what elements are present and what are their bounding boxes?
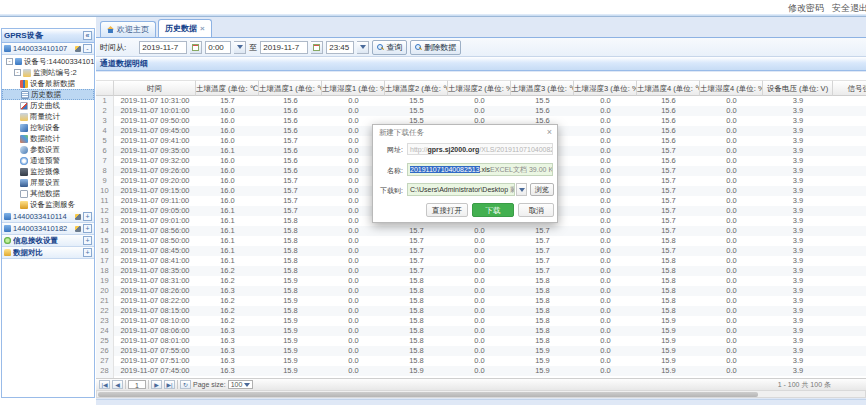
sidebar-item-data-stats[interactable]: 数据统计 — [2, 133, 94, 144]
date-to-input[interactable]: 2019-11-7 — [260, 41, 308, 54]
tree-expander-icon[interactable]: - — [14, 69, 21, 76]
query-button[interactable]: 查询 — [372, 40, 407, 55]
next-page-button[interactable]: ▶ — [151, 380, 162, 389]
column-header[interactable]: 土壤温度1 (单位: ℃) — [259, 80, 322, 96]
close-dialog-icon[interactable]: × — [547, 127, 552, 137]
filename-field[interactable]: 201911071040082513 .xls EXCEL文档 39.00 KB — [407, 163, 553, 176]
sidebar-panel-message-settings[interactable]: 信息接收设置 + — [2, 235, 94, 247]
device-node-1440033410107[interactable]: 1440033410107 - — [2, 43, 94, 55]
sidebar-item-param-settings[interactable]: 参数设置 — [2, 144, 94, 155]
table-row[interactable]: 152019-11-07 08:50:0016.115.80.015.70.01… — [96, 236, 866, 246]
refresh-icon[interactable]: ↻ — [180, 380, 191, 389]
expand-device-icon[interactable]: + — [83, 212, 92, 221]
expand-panel-icon[interactable]: + — [83, 236, 92, 245]
table-row[interactable]: 162019-11-07 08:45:0016.115.80.015.70.01… — [96, 246, 866, 256]
column-header[interactable]: 土壤湿度1 (单位: %) — [322, 80, 385, 96]
sidebar-item-device-monitor-service[interactable]: 设备监测服务 — [2, 199, 94, 210]
column-header[interactable]: 土壤温度4 (单位: ℃) — [637, 80, 700, 96]
table-row[interactable]: 232019-11-07 08:10:0016.215.90.015.80.01… — [96, 316, 866, 326]
table-row[interactable]: 12019-11-07 10:31:0015.715.60.015.50.015… — [96, 96, 866, 106]
tab-welcome[interactable]: 欢迎主页 — [100, 21, 156, 37]
edit-pencil-icon[interactable] — [75, 46, 81, 52]
table-row[interactable]: 202019-11-07 08:26:0016.315.80.015.80.01… — [96, 286, 866, 296]
sidebar-item-history-data[interactable]: 历史数据 — [2, 89, 94, 100]
sidebar-panel-data-compare[interactable]: 数据对比 + — [2, 247, 94, 259]
table-cell: 15.8 — [259, 306, 322, 316]
column-header[interactable]: 信号强度 — [833, 80, 866, 96]
table-row[interactable]: 222019-11-07 08:15:0016.215.80.015.80.01… — [96, 306, 866, 316]
table-row[interactable]: 192019-11-07 08:31:0016.215.90.015.80.01… — [96, 276, 866, 286]
column-header[interactable]: 土壤湿度3 (单位: %) — [574, 80, 637, 96]
edit-pencil-icon[interactable] — [75, 226, 81, 232]
device-node-1440033410114[interactable]: 1440033410114 + — [2, 211, 94, 223]
table-row[interactable]: 172019-11-07 08:41:0016.115.80.015.70.01… — [96, 256, 866, 266]
destination-field[interactable]: C:\Users\Administrator\Desktop 剩: 15.67 … — [407, 183, 515, 196]
table-cell: 3.9 — [763, 96, 833, 106]
download-button[interactable]: 下载 — [472, 203, 514, 217]
sidebar-item-camera-monitor[interactable]: 监控摄像 — [2, 166, 94, 177]
table-row[interactable]: 272019-11-07 07:51:0016.315.90.015.80.01… — [96, 356, 866, 366]
page-size-select[interactable]: 100 — [228, 380, 254, 389]
sidebar-item-other-data[interactable]: 其他数据 — [2, 188, 94, 199]
column-header[interactable]: 土壤湿度4 (单位: %) — [700, 80, 763, 96]
tree-node-device-no[interactable]: - 设备号:1440033410107 — [2, 56, 94, 67]
sidebar-item-latest-data[interactable]: 设备最新数据 — [2, 78, 94, 89]
expand-device-icon[interactable]: + — [83, 224, 92, 233]
calendar-icon[interactable] — [190, 41, 202, 54]
column-header[interactable]: 设备电压 (单位: V) — [763, 80, 833, 96]
column-header[interactable]: 土壤温度 (单位: ℃) — [196, 80, 259, 96]
collapse-device-icon[interactable]: - — [83, 44, 92, 53]
destination-dropdown-button[interactable] — [516, 183, 527, 196]
page-number-input[interactable]: 1 — [128, 380, 146, 389]
scrollbar-thumb[interactable] — [98, 392, 758, 397]
prev-page-button[interactable]: ◀ — [112, 380, 123, 389]
chevron-down-icon[interactable] — [357, 41, 369, 54]
table-row[interactable]: 212019-11-07 08:22:0016.215.90.015.80.01… — [96, 296, 866, 306]
sidebar-item-channel-alert[interactable]: 通道预警 — [2, 155, 94, 166]
table-row[interactable]: 142019-11-07 08:56:0016.115.80.015.70.01… — [96, 226, 866, 236]
table-row[interactable]: 262019-11-07 07:55:0016.315.90.015.80.01… — [96, 346, 866, 356]
table-cell: 3.9 — [763, 286, 833, 296]
cancel-button[interactable]: 取消 — [518, 203, 554, 217]
table-row[interactable]: 252019-11-07 08:01:0016.315.90.015.80.01… — [96, 336, 866, 346]
tab-history-data[interactable]: 历史数据 × — [158, 19, 212, 37]
sidebar-item-history-curve[interactable]: 历史曲线 — [2, 100, 94, 111]
expand-panel-icon[interactable]: + — [83, 248, 92, 257]
close-tab-icon[interactable]: × — [200, 25, 205, 33]
row-number-header — [96, 80, 114, 96]
column-header[interactable]: 土壤湿度2 (单位: %) — [448, 80, 511, 96]
table-cell: 15.8 — [385, 296, 448, 306]
open-directly-button[interactable]: 直接打开 — [426, 203, 468, 217]
column-header[interactable]: 土壤温度3 (单位: ℃) — [511, 80, 574, 96]
collapse-panel-icon[interactable]: « — [83, 31, 92, 40]
column-header[interactable]: 时间 — [114, 80, 196, 96]
time-to-input[interactable]: 23:45 — [326, 41, 354, 54]
tree-expander-icon[interactable]: - — [6, 58, 13, 65]
edit-pencil-icon[interactable] — [75, 214, 81, 220]
sidebar-panel-gprs-devices[interactable]: GPRS设备 « — [2, 29, 94, 43]
sidebar-item-display-settings[interactable]: 屏显设置 — [2, 177, 94, 188]
table-row[interactable]: 282019-11-07 07:45:0016.315.90.015.90.01… — [96, 366, 866, 376]
sidebar-item-rain-stats[interactable]: 雨量统计 — [2, 111, 94, 122]
url-field[interactable]: http://gprs.sj2000.org/XLS/2019110710400… — [407, 143, 553, 155]
last-page-button[interactable]: ▶| — [164, 380, 175, 389]
column-header[interactable]: 土壤温度2 (单位: ℃) — [385, 80, 448, 96]
horizontal-scrollbar[interactable] — [96, 390, 866, 398]
table-row[interactable]: 242019-11-07 08:06:0016.315.90.015.80.01… — [96, 326, 866, 336]
time-from-input[interactable]: 0:00 — [205, 41, 231, 54]
first-page-button[interactable]: |◀ — [99, 380, 110, 389]
delete-data-button[interactable]: 删除数据 — [410, 40, 461, 55]
table-cell: 2019-11-07 08:06:00 — [114, 326, 196, 336]
tree-node-station[interactable]: - 监测站编号:2 — [2, 67, 94, 78]
table-row[interactable]: 22019-11-07 10:01:0016.015.60.015.50.015… — [96, 106, 866, 116]
sidebar-item-control-device[interactable]: 控制设备 — [2, 122, 94, 133]
table-cell: 15.6 — [511, 106, 574, 116]
camera-icon — [20, 168, 28, 176]
table-cell: 3.9 — [763, 336, 833, 346]
chevron-down-icon[interactable] — [234, 41, 246, 54]
calendar-icon[interactable] — [311, 41, 323, 54]
device-node-1440033410182[interactable]: 1440033410182 + — [2, 223, 94, 235]
date-from-input[interactable]: 2019-11-7 — [139, 41, 187, 54]
browse-button[interactable]: 浏览 — [530, 183, 554, 196]
table-row[interactable]: 182019-11-07 08:35:0016.215.80.015.70.01… — [96, 266, 866, 276]
